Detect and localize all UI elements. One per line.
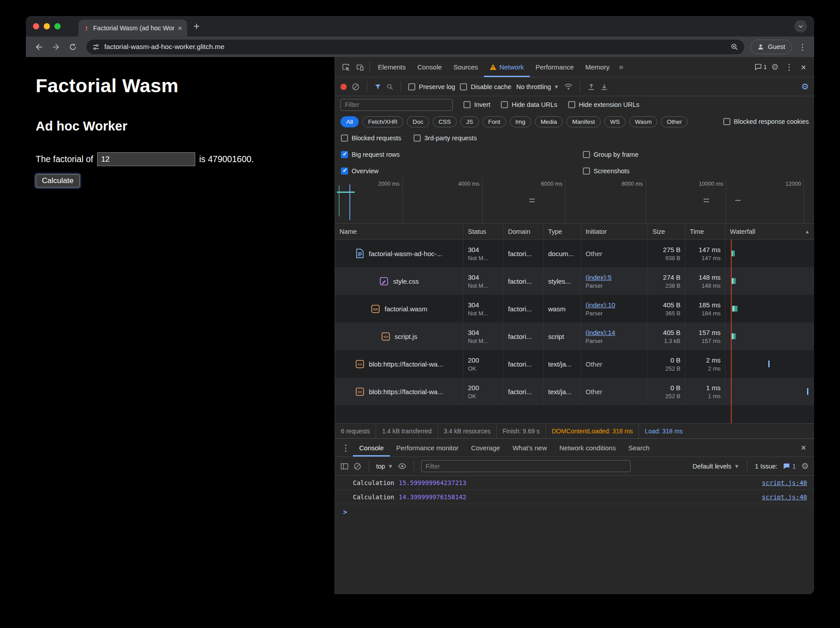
filter-chip-media[interactable]: Media — [535, 116, 563, 127]
log-levels-dropdown[interactable]: Default levels ▼ — [692, 463, 739, 470]
forward-button[interactable] — [48, 39, 63, 54]
column-header-domain[interactable]: Domain — [504, 224, 544, 239]
table-row[interactable]: style.css 304Not M... factori... styles.… — [335, 267, 814, 295]
overview-checkbox[interactable]: Overview — [341, 167, 583, 175]
blocked-response-cookies-checkbox[interactable]: Blocked response cookies — [723, 118, 809, 125]
column-header-waterfall[interactable]: Waterfall ▲ — [725, 224, 814, 239]
site-settings-icon[interactable] — [92, 43, 100, 51]
tab-search-button[interactable] — [795, 20, 807, 33]
console-prompt[interactable]: > — [335, 504, 814, 516]
initiator-link[interactable]: (index):5 — [586, 273, 643, 281]
filter-chip-fetch-xhr[interactable]: Fetch/XHR — [362, 116, 403, 127]
tab-memory[interactable]: Memory — [580, 57, 615, 77]
filter-chip-css[interactable]: CSS — [433, 116, 457, 127]
tab-console[interactable]: Console — [412, 57, 448, 77]
zoom-search-icon[interactable] — [730, 43, 738, 51]
create-live-expression-button[interactable] — [398, 463, 406, 469]
console-settings-button[interactable]: ⚙ — [801, 462, 809, 470]
invert-checkbox[interactable]: Invert — [463, 101, 490, 108]
calculate-button[interactable]: Calculate — [36, 174, 80, 188]
drawer-tab-whats-new[interactable]: What's new — [506, 439, 553, 457]
drawer-close-button[interactable]: × — [796, 440, 811, 455]
clear-network-log-button[interactable] — [352, 83, 360, 91]
issues-button[interactable]: 1 — [783, 463, 796, 470]
table-row[interactable]: <>blob:https://factorial-wa... 200OK fac… — [335, 378, 814, 405]
filter-chip-doc[interactable]: Doc — [407, 116, 429, 127]
drawer-tab-console[interactable]: Console — [353, 439, 390, 457]
column-header-status[interactable]: Status — [463, 224, 504, 239]
hide-data-urls-checkbox[interactable]: Hide data URLs — [501, 101, 557, 108]
browser-menu-button[interactable]: ⋮ — [796, 42, 809, 52]
new-tab-button[interactable]: + — [193, 21, 200, 32]
more-tabs-icon[interactable]: » — [615, 62, 627, 72]
network-search-button[interactable] — [386, 83, 393, 90]
console-filter-input[interactable] — [421, 460, 631, 472]
profile-button[interactable]: Guest — [750, 40, 792, 54]
initiator-link[interactable]: (index):10 — [586, 301, 643, 309]
filter-chip-wasm[interactable]: Wasm — [629, 116, 658, 127]
record-network-log-button[interactable] — [340, 84, 347, 90]
column-header-initiator[interactable]: Initiator — [581, 224, 648, 239]
drawer-tab-network-conditions[interactable]: Network conditions — [553, 439, 622, 457]
drawer-tab-search[interactable]: Search — [622, 439, 656, 457]
factorial-input[interactable] — [97, 152, 195, 166]
drawer-menu-button[interactable]: ⋮ — [339, 440, 353, 455]
third-party-requests-checkbox[interactable]: 3rd-party requests — [414, 135, 477, 142]
inspect-element-button[interactable] — [339, 60, 353, 74]
devtools-close-button[interactable]: × — [796, 60, 811, 74]
column-header-type[interactable]: Type — [544, 224, 581, 239]
browser-tab[interactable]: ! Factorial Wasm (ad hoc Work × — [78, 20, 187, 37]
preserve-log-checkbox[interactable]: Preserve log — [408, 83, 455, 90]
filter-toggle-button[interactable] — [374, 83, 381, 90]
import-har-button[interactable] — [587, 83, 595, 91]
filter-chip-img[interactable]: Img — [510, 116, 532, 127]
big-request-rows-checkbox[interactable]: Big request rows — [341, 151, 583, 158]
filter-chip-other[interactable]: Other — [661, 116, 688, 127]
reload-button[interactable] — [65, 39, 80, 54]
filter-chip-font[interactable]: Font — [483, 116, 506, 127]
console-messages-button[interactable]: 1 — [754, 60, 768, 74]
device-toolbar-button[interactable] — [353, 60, 367, 74]
table-row[interactable]: WAfactorial.wasm 304Not M... factori... … — [335, 295, 814, 322]
hide-extension-urls-checkbox[interactable]: Hide extension URLs — [568, 101, 639, 108]
tab-performance[interactable]: Performance — [530, 57, 580, 77]
tab-network[interactable]: Network — [484, 57, 530, 77]
tab-close-icon[interactable]: × — [178, 24, 182, 32]
filter-chip-ws[interactable]: WS — [604, 116, 626, 127]
screenshots-checkbox[interactable]: Screenshots — [583, 167, 630, 175]
column-header-time[interactable]: Time — [685, 224, 725, 239]
network-overview-timeline[interactable]: 2000 ms 4000 ms 6000 ms 8000 ms 10000 ms… — [335, 179, 814, 224]
back-button[interactable] — [31, 39, 46, 54]
message-source-link[interactable]: script.js:40 — [762, 493, 807, 501]
export-har-button[interactable] — [600, 83, 608, 91]
devtools-menu-button[interactable]: ⋮ — [782, 60, 796, 74]
execution-context-dropdown[interactable]: top ▼ — [376, 463, 393, 470]
group-by-frame-checkbox[interactable]: Group by frame — [583, 151, 639, 158]
tab-sources[interactable]: Sources — [448, 57, 484, 77]
table-row[interactable]: <>script.js 304Not M... factori... scrip… — [335, 322, 814, 350]
initiator-link[interactable]: (index):14 — [586, 329, 643, 336]
network-settings-button[interactable]: ⚙ — [801, 82, 809, 91]
table-row[interactable]: <>blob:https://factorial-wa... 200OK fac… — [335, 350, 814, 378]
message-source-link[interactable]: script.js:40 — [762, 479, 807, 486]
network-filter-input[interactable] — [340, 99, 453, 111]
filter-chip-js[interactable]: JS — [460, 116, 479, 127]
column-header-size[interactable]: Size — [648, 224, 685, 239]
drawer-tab-coverage[interactable]: Coverage — [465, 439, 506, 457]
devtools-settings-button[interactable]: ⚙ — [768, 60, 782, 74]
blocked-requests-checkbox[interactable]: Blocked requests — [341, 135, 401, 142]
tab-elements[interactable]: Elements — [372, 57, 412, 77]
network-conditions-button[interactable] — [564, 83, 573, 90]
table-row[interactable]: factorial-wasm-ad-hoc-... 304Not M... fa… — [335, 240, 814, 267]
console-sidebar-button[interactable] — [340, 463, 348, 470]
url-text[interactable]: factorial-wasm-ad-hoc-worker.glitch.me — [104, 43, 726, 51]
throttling-dropdown[interactable]: No throttling ▼ — [516, 83, 559, 90]
column-header-name[interactable]: Name — [335, 224, 463, 239]
close-window-button[interactable] — [33, 23, 39, 29]
drawer-tab-performance-monitor[interactable]: Performance monitor — [390, 439, 465, 457]
filter-chip-all[interactable]: All — [340, 116, 359, 127]
filter-chip-manifest[interactable]: Manifest — [566, 116, 601, 127]
address-bar[interactable]: factorial-wasm-ad-hoc-worker.glitch.me — [86, 40, 744, 54]
minimize-window-button[interactable] — [44, 23, 50, 29]
disable-cache-checkbox[interactable]: Disable cache — [460, 83, 511, 90]
